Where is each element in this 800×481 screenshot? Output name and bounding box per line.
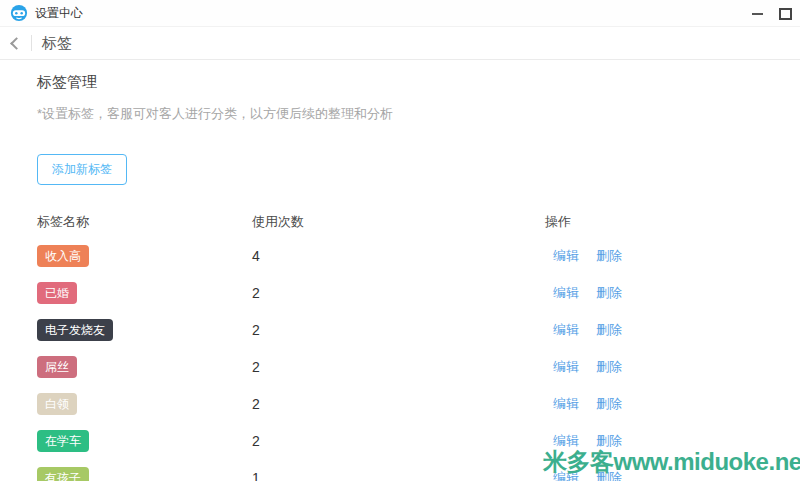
- table-row: 有孩子 1 编辑 删除: [37, 459, 800, 481]
- nav-divider: [31, 35, 32, 51]
- table-header-row: 标签名称 使用次数 操作: [37, 207, 800, 237]
- table-row: 屌丝 2 编辑 删除: [37, 348, 800, 385]
- delete-link[interactable]: 删除: [596, 395, 622, 413]
- delete-link[interactable]: 删除: [596, 284, 622, 302]
- delete-link[interactable]: 删除: [596, 469, 622, 481]
- back-chevron-icon[interactable]: [10, 37, 23, 50]
- table-row: 已婚 2 编辑 删除: [37, 274, 800, 311]
- tag-pill: 在学车: [37, 430, 89, 452]
- usage-count: 1: [252, 470, 545, 481]
- page-breadcrumb-title: 标签: [42, 34, 72, 53]
- delete-link[interactable]: 删除: [596, 247, 622, 265]
- usage-count: 4: [252, 248, 545, 264]
- tag-pill: 白领: [37, 393, 77, 415]
- delete-link[interactable]: 删除: [596, 321, 622, 339]
- table-row: 收入高 4 编辑 删除: [37, 237, 800, 274]
- main-content: 标签管理 *设置标签，客服可对客人进行分类，以方便后续的整理和分析 添加新标签 …: [0, 60, 800, 481]
- tag-pill: 电子发烧友: [37, 319, 113, 341]
- navbar: 标签: [0, 27, 800, 60]
- tag-pill: 有孩子: [37, 467, 89, 481]
- usage-count: 2: [252, 396, 545, 412]
- usage-count: 2: [252, 322, 545, 338]
- minimize-icon[interactable]: [752, 0, 763, 27]
- section-title: 标签管理: [37, 73, 800, 92]
- add-tag-button[interactable]: 添加新标签: [37, 154, 127, 185]
- tag-pill: 屌丝: [37, 356, 77, 378]
- edit-link[interactable]: 编辑: [553, 469, 579, 481]
- edit-link[interactable]: 编辑: [553, 432, 579, 450]
- column-header-actions: 操作: [545, 213, 800, 231]
- table-row: 在学车 2 编辑 删除: [37, 422, 800, 459]
- edit-link[interactable]: 编辑: [553, 284, 579, 302]
- usage-count: 2: [252, 359, 545, 375]
- edit-link[interactable]: 编辑: [553, 358, 579, 376]
- app-logo-icon: [10, 4, 28, 22]
- delete-link[interactable]: 删除: [596, 358, 622, 376]
- usage-count: 2: [252, 433, 545, 449]
- maximize-icon[interactable]: [779, 8, 792, 20]
- tag-table: 标签名称 使用次数 操作 收入高 4 编辑 删除 已婚 2 编辑 删除 电子发烧…: [37, 207, 800, 481]
- table-row: 白领 2 编辑 删除: [37, 385, 800, 422]
- delete-link[interactable]: 删除: [596, 432, 622, 450]
- usage-count: 2: [252, 285, 545, 301]
- titlebar: 设置中心: [0, 0, 800, 27]
- column-header-tag-name: 标签名称: [37, 213, 252, 231]
- tag-pill: 已婚: [37, 282, 77, 304]
- edit-link[interactable]: 编辑: [553, 321, 579, 339]
- tag-pill: 收入高: [37, 245, 89, 267]
- app-title: 设置中心: [35, 5, 83, 22]
- column-header-usage-count: 使用次数: [252, 213, 545, 231]
- table-row: 电子发烧友 2 编辑 删除: [37, 311, 800, 348]
- edit-link[interactable]: 编辑: [553, 247, 579, 265]
- section-subtitle: *设置标签，客服可对客人进行分类，以方便后续的整理和分析: [37, 105, 800, 123]
- edit-link[interactable]: 编辑: [553, 395, 579, 413]
